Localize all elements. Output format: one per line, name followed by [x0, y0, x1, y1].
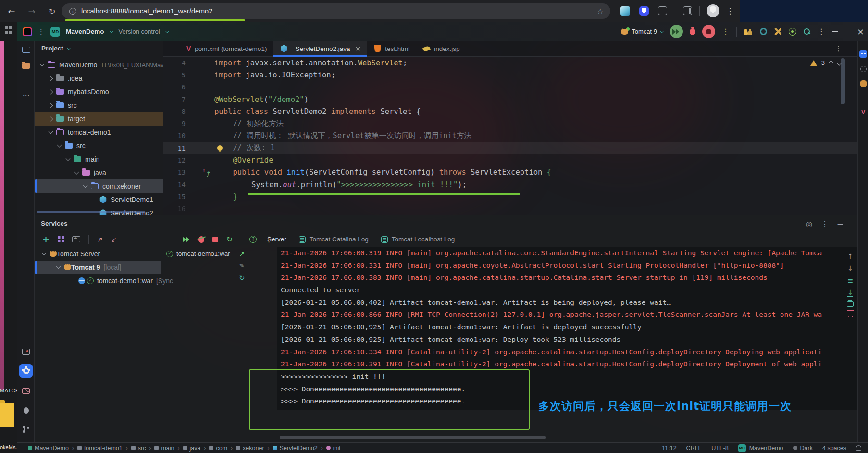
run-button[interactable] [670, 25, 683, 38]
code-line-5[interactable]: 5import java.io.IOException; [163, 69, 857, 81]
chevron-closed-icon[interactable] [49, 89, 53, 94]
expand-all-icon[interactable] [97, 236, 103, 243]
browser-reload-icon[interactable] [45, 0, 59, 22]
code-line-15[interactable]: 15} [163, 190, 857, 202]
desktop-folder-icon[interactable] [0, 403, 14, 427]
print-icon[interactable] [847, 301, 854, 307]
run-more-options-icon[interactable] [722, 27, 730, 36]
project-tree-item-java[interactable]: java [35, 166, 163, 179]
notifications-icon[interactable] [858, 66, 868, 72]
chevron-open-icon[interactable] [42, 251, 47, 256]
soft-wrap-icon[interactable] [847, 277, 854, 285]
file-encoding[interactable]: UTF-8 [711, 445, 728, 452]
intellij-logo-icon[interactable] [23, 27, 32, 36]
intention-bulb-icon[interactable] [217, 145, 223, 151]
stop-button[interactable] [702, 25, 715, 38]
browser-menu-icon[interactable] [724, 0, 736, 22]
extension-snowflake-icon[interactable] [620, 6, 630, 16]
console-hscrollbar[interactable] [280, 436, 546, 439]
code-line-7[interactable]: 7@WebServlet("/demo2") [163, 93, 857, 105]
help-icon[interactable] [249, 236, 257, 243]
project-tree-item-com.xekoner[interactable]: com.xekoner [35, 179, 163, 193]
services-tab-Server[interactable]: Server [267, 236, 286, 243]
toolwindow-more-icon[interactable] [17, 91, 35, 100]
chevron-open-icon[interactable] [49, 129, 53, 134]
services-view-icon[interactable] [58, 236, 64, 242]
editor-scrollbar[interactable] [841, 58, 845, 104]
side-panel-icon[interactable] [683, 6, 692, 15]
theme-widget[interactable]: Dark [793, 445, 813, 452]
project-tree-item-src[interactable]: src [35, 139, 163, 152]
search-everywhere-icon[interactable] [803, 28, 811, 36]
editor-tab-index.jsp[interactable]: index.jsp [416, 41, 466, 56]
grid-icon[interactable] [5, 26, 12, 34]
chevron-open-icon[interactable] [57, 143, 62, 148]
browser-profile-avatar[interactable] [707, 4, 719, 17]
toolwindow-monitor-icon[interactable] [17, 47, 35, 53]
cursor-position[interactable]: 11:12 [662, 445, 676, 452]
breadcrumb-item-java[interactable]: java [183, 445, 201, 452]
run-configuration-selector[interactable]: Tomcat 9 [621, 28, 663, 35]
code-line-14[interactable]: 14System.out.println(">>>>>>>>>>>>>>>> i… [163, 178, 857, 190]
chevron-open-icon[interactable] [40, 62, 45, 67]
build-tools-icon[interactable] [774, 27, 782, 36]
collapse-all-icon[interactable] [111, 236, 117, 243]
services-tree-item-Tomcat 9[interactable]: Tomcat 9[local] [35, 261, 161, 274]
services-tab-Tomcat Localhost Log[interactable]: Tomcat Localhost Log [381, 236, 455, 243]
url-text[interactable]: localhost:8888/tomcat_demo1_war/demo2 [81, 7, 212, 15]
code-line-10[interactable]: 10// 调用时机： 默认情况下，Servlet被第一次访问时，调用init方法 [163, 130, 857, 142]
toolwindow-services-icon[interactable] [17, 364, 35, 378]
scroll-down-icon[interactable] [847, 264, 853, 272]
toolwindow-git-branch-icon[interactable] [17, 426, 35, 433]
window-maximize-button[interactable] [845, 29, 850, 34]
main-menu-icon[interactable] [37, 27, 45, 36]
code-line-4[interactable]: 4import javax.servlet.annotation.WebServ… [163, 57, 857, 69]
code-editor[interactable]: 4import javax.servlet.annotation.WebServ… [163, 57, 857, 215]
edit-artifact-icon[interactable] [239, 262, 245, 269]
panel-options-icon[interactable] [821, 219, 829, 228]
tab-options-icon[interactable] [835, 44, 842, 53]
code-line-13[interactable]: 13public void init(ServletConfig servlet… [163, 166, 857, 178]
breadcrumb-item-MavenDemo[interactable]: MavenDemo [28, 445, 69, 452]
overriding-method-icon[interactable] [203, 169, 210, 176]
open-in-new-tab-icon[interactable] [72, 236, 80, 242]
site-info-icon[interactable] [69, 8, 76, 15]
database-icon[interactable] [858, 80, 868, 87]
debug-server-icon[interactable] [198, 236, 204, 243]
project-tree-item-ServletDemo1[interactable]: ServletDemo1 [35, 193, 163, 206]
chevron-closed-icon[interactable] [49, 116, 53, 121]
indent-widget[interactable]: 4 spaces [822, 445, 846, 452]
profiler-icon[interactable] [760, 28, 767, 35]
line-separator[interactable]: CRLF [686, 445, 702, 452]
inspections-widget[interactable]: 3 [810, 59, 841, 66]
project-tree-item-tomcat-demo1[interactable]: tomcat-demo1 [35, 126, 163, 139]
code-line-8[interactable]: 8public class ServletDemo2 implements Se… [163, 105, 857, 117]
browser-forward-icon[interactable] [25, 0, 38, 22]
browser-address-bar[interactable]: localhost:8888/tomcat_demo1_war/demo2 [62, 3, 610, 19]
breadcrumb-item-xekoner[interactable]: xekoner [236, 445, 264, 452]
redeploy-icon[interactable] [226, 235, 233, 244]
project-tree-item-target[interactable]: target [35, 112, 163, 126]
editor-tab-test.html[interactable]: test.html [367, 41, 416, 56]
settings-menu-icon[interactable] [818, 27, 825, 36]
window-minimize-button[interactable] [832, 31, 838, 32]
breadcrumb-item-tomcat-demo1[interactable]: tomcat-demo1 [77, 445, 123, 452]
code-line-9[interactable]: 9// 初始化方法 [163, 117, 857, 129]
breadcrumb-item-com[interactable]: com [209, 445, 227, 452]
chevron-open-icon[interactable] [83, 183, 88, 188]
toolwindow-image-icon[interactable] [17, 349, 35, 355]
bell-icon[interactable] [856, 445, 861, 451]
project-panel-header[interactable]: Project [41, 45, 70, 52]
debug-button[interactable] [690, 28, 695, 35]
deploy-arrow-icon[interactable] [239, 250, 245, 258]
plugins-atom-icon[interactable] [789, 28, 796, 36]
deployed-artifact-row[interactable]: tomcat-demo1:war [166, 250, 230, 257]
toolwindow-mail-icon[interactable] [17, 388, 35, 394]
code-line-12[interactable]: 12@Override [163, 154, 857, 166]
prev-problem-icon[interactable] [828, 60, 833, 65]
tab-close-icon[interactable] [355, 45, 360, 52]
project-badge[interactable]: MD [50, 27, 60, 37]
bookmark-star-icon[interactable] [597, 7, 604, 16]
chevron-open-icon[interactable] [66, 156, 71, 161]
breadcrumb-item-ServletDemo2[interactable]: ServletDemo2 [273, 445, 318, 452]
